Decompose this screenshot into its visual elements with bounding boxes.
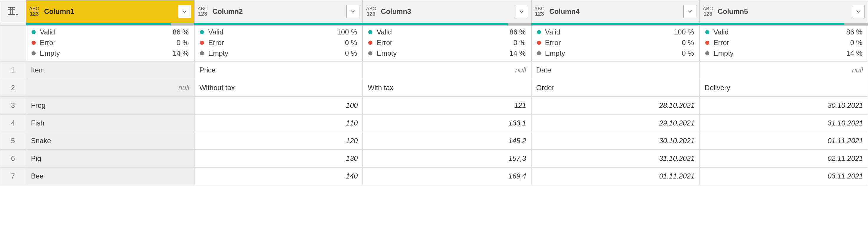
cell-value[interactable]: 130 <box>194 150 363 167</box>
quality-percent: 100 % <box>668 28 694 36</box>
cell-value[interactable]: Frog <box>26 97 194 114</box>
cell-value[interactable]: 140 <box>194 167 363 185</box>
error-dot-icon <box>368 41 372 45</box>
column-filter-button[interactable] <box>515 5 528 18</box>
cell-value[interactable]: Fish <box>26 114 194 132</box>
cell-value[interactable]: 133,1 <box>363 114 531 132</box>
row-number[interactable]: 7 <box>0 167 26 185</box>
quality-percent: 14 % <box>836 49 862 58</box>
cell-value[interactable]: 02.11.2021 <box>700 150 868 167</box>
quality-row-valid: Valid100 % <box>537 28 694 36</box>
valid-dot-icon <box>537 30 541 34</box>
select-all-corner[interactable] <box>0 0 26 23</box>
svg-rect-0 <box>8 7 15 14</box>
row-number[interactable]: 4 <box>0 114 26 132</box>
error-dot-icon <box>705 41 709 45</box>
row-number[interactable]: 2 <box>0 79 26 97</box>
quality-row-valid: Valid100 % <box>200 28 357 36</box>
column-title: Column5 <box>716 7 848 15</box>
cell-value[interactable]: 145,2 <box>363 132 531 150</box>
quality-label: Valid <box>376 28 392 36</box>
column-filter-button[interactable] <box>346 5 360 18</box>
cell-value[interactable]: 29.10.2021 <box>531 114 700 132</box>
valid-dot-icon <box>200 30 204 34</box>
cell-value[interactable]: 03.11.2021 <box>700 167 868 185</box>
gutter-spacer <box>0 25 26 61</box>
column-quality-stats: Valid86 %Error0 %Empty14 % <box>26 25 194 61</box>
column-header-3[interactable]: ABC123Column3 <box>363 0 531 23</box>
quality-row-error: Error0 % <box>705 39 862 47</box>
quality-row-error: Error0 % <box>537 39 694 47</box>
cell-null[interactable]: null <box>363 61 531 79</box>
column-quality-stats: Valid100 %Error0 %Empty0 % <box>531 25 700 61</box>
row-number[interactable]: 1 <box>0 61 26 79</box>
quality-percent: 0 % <box>836 39 862 47</box>
cell-value[interactable]: 120 <box>194 132 363 150</box>
cell-value[interactable]: Snake <box>26 132 194 150</box>
cell-value[interactable]: Item <box>26 61 194 79</box>
cell-value[interactable]: Price <box>194 61 363 79</box>
cell-value[interactable]: 01.11.2021 <box>531 167 700 185</box>
empty-dot-icon <box>200 51 204 56</box>
datatype-any-icon: ABC123 <box>29 6 39 16</box>
quality-row-error: Error0 % <box>368 39 525 47</box>
quality-percent: 0 % <box>331 49 357 58</box>
quality-percent: 86 % <box>162 28 189 36</box>
quality-label: Error <box>40 39 55 47</box>
quality-percent: 0 % <box>331 39 357 47</box>
data-preview-grid: ABC123Column1ABC123Column2ABC123Column3A… <box>0 0 868 185</box>
row-number[interactable]: 5 <box>0 132 26 150</box>
column-header-1[interactable]: ABC123Column1 <box>26 0 194 23</box>
column-quality-bar <box>700 23 868 25</box>
cell-value[interactable]: 100 <box>194 97 363 114</box>
cell-value[interactable]: 157,3 <box>363 150 531 167</box>
datatype-any-icon: ABC123 <box>197 6 208 16</box>
cell-value[interactable]: Delivery <box>700 79 868 97</box>
column-header-2[interactable]: ABC123Column2 <box>194 0 363 23</box>
cell-value[interactable]: 121 <box>363 97 531 114</box>
column-filter-button[interactable] <box>852 5 865 18</box>
column-quality-bar <box>26 23 194 25</box>
column-filter-button[interactable] <box>683 5 696 18</box>
valid-dot-icon <box>705 30 709 34</box>
quality-row-empty: Empty0 % <box>200 49 357 58</box>
row-number[interactable]: 3 <box>0 97 26 114</box>
column-header-4[interactable]: ABC123Column4 <box>531 0 700 23</box>
quality-percent: 0 % <box>668 49 694 58</box>
cell-value[interactable]: 01.11.2021 <box>700 132 868 150</box>
cell-value[interactable]: Bee <box>26 167 194 185</box>
datatype-any-icon: ABC123 <box>366 6 376 16</box>
quality-label: Empty <box>40 49 60 58</box>
quality-percent: 14 % <box>162 49 189 58</box>
cell-value[interactable]: 31.10.2021 <box>700 114 868 132</box>
column-title: Column4 <box>548 7 680 15</box>
quality-row-empty: Empty14 % <box>368 49 525 58</box>
column-quality-stats: Valid100 %Error0 %Empty0 % <box>194 25 363 61</box>
cell-value[interactable]: 169,4 <box>363 167 531 185</box>
quality-row-valid: Valid86 % <box>705 28 862 36</box>
column-filter-button[interactable] <box>178 5 191 18</box>
cell-value[interactable]: With tax <box>363 79 531 97</box>
cell-value[interactable]: 31.10.2021 <box>531 150 700 167</box>
cell-null[interactable]: null <box>700 61 868 79</box>
chevron-down-icon <box>518 8 525 15</box>
cell-value[interactable]: Without tax <box>194 79 363 97</box>
quality-label: Valid <box>545 28 560 36</box>
datatype-any-icon: ABC123 <box>703 6 713 16</box>
cell-value[interactable]: 30.10.2021 <box>531 132 700 150</box>
column-quality-stats: Valid86 %Error0 %Empty14 % <box>363 25 531 61</box>
cell-value[interactable]: Order <box>531 79 700 97</box>
row-number[interactable]: 6 <box>0 150 26 167</box>
quality-label: Error <box>714 39 729 47</box>
cell-value[interactable]: 110 <box>194 114 363 132</box>
cell-value[interactable]: Pig <box>26 150 194 167</box>
quality-percent: 0 % <box>499 39 526 47</box>
cell-value[interactable]: 30.10.2021 <box>700 97 868 114</box>
column-header-5[interactable]: ABC123Column5 <box>700 0 868 23</box>
cell-value[interactable]: Date <box>531 61 700 79</box>
column-quality-bar <box>363 23 531 25</box>
valid-dot-icon <box>368 30 372 34</box>
cell-null[interactable]: null <box>26 79 194 97</box>
gutter-spacer <box>0 23 26 25</box>
cell-value[interactable]: 28.10.2021 <box>531 97 700 114</box>
